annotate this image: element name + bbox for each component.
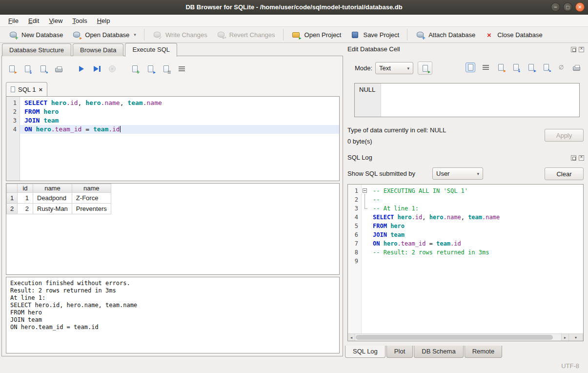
menu-view[interactable]: View (44, 16, 67, 26)
save-sql-file-icon[interactable]: ↓ (22, 64, 32, 74)
open-database-button[interactable]: ▸Open Database▾ (67, 28, 141, 41)
close-panel-icon[interactable] (579, 155, 584, 161)
sql-document-tab-bar: SQL 1 (2, 82, 343, 96)
new-database-button[interactable]: +New Database (4, 28, 67, 41)
toolbar-separator (144, 29, 144, 41)
menu-edit[interactable]: Edit (24, 16, 43, 26)
column-header-id-0[interactable]: id (18, 184, 33, 193)
data-cell[interactable]: Preventers (72, 204, 111, 214)
float-panel-icon[interactable] (571, 155, 576, 161)
corner-header-cell[interactable] (7, 184, 18, 193)
new-tab-icon[interactable]: + (130, 64, 140, 74)
data-cell[interactable]: 1 (18, 193, 33, 204)
execute-all-icon[interactable] (76, 64, 86, 74)
code-line: 7ON hero.team_id = team.id (348, 239, 583, 248)
sql-editor[interactable]: 1SELECT hero.id, hero.name, team.name2FR… (6, 96, 340, 181)
fold-marker[interactable] (362, 186, 368, 195)
data-cell[interactable]: Deadpond (33, 193, 72, 204)
menu-file[interactable]: File (4, 16, 23, 26)
data-cell[interactable]: 2 (18, 204, 33, 214)
table-row[interactable]: 22Rusty-ManPreventers (7, 204, 111, 214)
attach-database-button[interactable]: +Attach Database (411, 28, 480, 41)
results-table: idnamename11DeadpondZ-Force22Rusty-ManPr… (6, 184, 339, 214)
word-wrap-icon[interactable] (481, 62, 490, 72)
line-number: 9 (348, 257, 362, 266)
clear-log-button[interactable]: Clear (545, 167, 584, 180)
execute-current-line-icon[interactable] (92, 64, 101, 74)
float-panel-icon[interactable] (571, 47, 576, 52)
write-changes-icon: ✓ (152, 30, 162, 40)
text-mode-icon[interactable] (466, 62, 475, 72)
export-results-icon[interactable]: ▸ (145, 64, 155, 74)
scrollbar-thumb[interactable] (356, 335, 553, 340)
close-tab-icon[interactable] (39, 86, 42, 93)
scroll-right-icon[interactable]: ▸ (561, 334, 568, 341)
data-cell[interactable]: Z-Force (72, 193, 111, 204)
maximize-button[interactable] (563, 2, 572, 12)
open-database-dropdown-arrow[interactable]: ▾ (134, 32, 136, 37)
open-database-icon: ▸ (72, 30, 81, 40)
sql-log-viewport[interactable]: 1-- EXECUTING ALL IN 'SQL 1'2--3-- At li… (347, 184, 584, 341)
horizontal-scrollbar[interactable]: ◂ ▸ ▾ (348, 333, 583, 341)
line-number: 1 (6, 99, 20, 107)
column-header-name-1[interactable]: name (33, 184, 72, 193)
open-file-icon[interactable]: ▸ (496, 62, 506, 72)
data-cell[interactable]: Rusty-Man (33, 204, 72, 214)
scroll-left-icon[interactable]: ◂ (348, 334, 355, 341)
save-project-button[interactable]: Save Project (345, 28, 404, 41)
close-panel-icon[interactable] (579, 47, 584, 52)
bottom-tab-remote[interactable]: Remote (465, 346, 503, 358)
fold-marker[interactable] (362, 204, 368, 213)
edit-cell-toolbar: ▸↓▸↘∅ (466, 62, 581, 72)
revert-changes-icon: ↩ (216, 30, 226, 40)
close-button[interactable] (575, 2, 585, 12)
minimize-button[interactable] (551, 2, 560, 12)
set-null-icon[interactable]: ∅ (556, 62, 566, 72)
print-cell-icon[interactable] (571, 62, 581, 72)
row-header-cell[interactable]: 2 (7, 204, 18, 214)
log-filter-select[interactable]: User (432, 167, 483, 180)
code-text: -- Result: 2 rows returned in 3ms (368, 248, 583, 257)
save-file-icon[interactable]: ↓ (511, 62, 521, 72)
mode-select[interactable]: Text (375, 62, 413, 74)
sql-document-tab[interactable]: SQL 1 (6, 82, 47, 96)
toolbar-button-label: Open Project (304, 31, 342, 39)
line-number: 6 (348, 230, 362, 239)
fold-marker (362, 222, 368, 230)
print-sql-icon[interactable] (54, 64, 63, 74)
apply-button[interactable]: Apply (545, 129, 584, 142)
save-sql-as-icon[interactable]: ↘ (38, 64, 48, 74)
import-data-icon[interactable]: ▸ (526, 62, 536, 72)
tab-database-structure[interactable]: Database Structure (2, 43, 71, 56)
tab-execute-sql[interactable]: Execute SQL (125, 43, 177, 57)
export-data-icon[interactable]: ↘ (541, 62, 551, 72)
open-project-button[interactable]: ▸Open Project (287, 28, 346, 41)
row-header-cell[interactable]: 1 (7, 193, 18, 204)
fold-marker (362, 248, 368, 257)
results-grid[interactable]: idnamename11DeadpondZ-Force22Rusty-ManPr… (6, 183, 340, 275)
cell-editor[interactable]: NULL (354, 83, 580, 117)
bottom-tab-sql-log[interactable]: SQL Log (345, 346, 385, 358)
line-number: 7 (348, 239, 362, 248)
table-row[interactable]: 11DeadpondZ-Force (7, 193, 111, 204)
open-in-external-app-button[interactable]: ▸ (418, 62, 432, 75)
bottom-tab-db-schema[interactable]: DB Schema (414, 346, 463, 358)
tab-browse-data[interactable]: Browse Data (73, 43, 123, 56)
log-filter-label: Show SQL submitted by (347, 170, 415, 177)
open-sql-file-icon[interactable]: ▸ (7, 64, 17, 74)
scroll-down-icon[interactable]: ▾ (568, 334, 583, 341)
code-line: 2FROM hero (6, 107, 339, 116)
autocomplete-icon[interactable]: ≡ (161, 64, 171, 74)
code-text: ON hero.team_id = team.id (20, 125, 339, 134)
fold-marker[interactable] (362, 195, 368, 204)
window-controls (551, 2, 585, 12)
column-header-name-2[interactable]: name (72, 184, 111, 193)
bottom-tab-plot[interactable]: Plot (386, 346, 413, 358)
menu-tools[interactable]: Tools (68, 16, 91, 26)
title-bar[interactable]: DB Browser for SQLite - /home/user/code/… (0, 0, 588, 15)
format-sql-icon[interactable] (177, 64, 186, 74)
stop-execution-icon: × (107, 64, 117, 74)
mode-select-value: Text (379, 64, 391, 72)
close-database-button[interactable]: ×Close Database (480, 28, 547, 41)
menu-help[interactable]: Help (93, 16, 115, 26)
